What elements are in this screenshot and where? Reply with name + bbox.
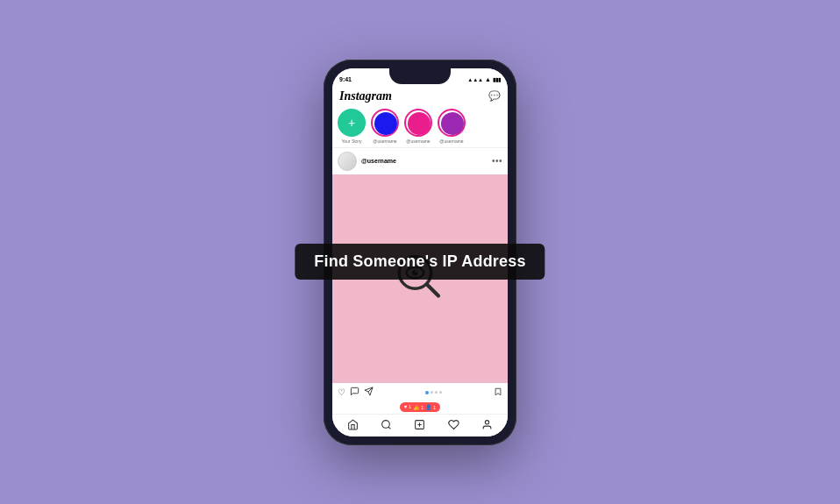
dot-active [425,391,429,394]
dot-2 [435,391,438,394]
stories-row: + Your Story @username @username [332,105,508,148]
title-banner: Find Someone's IP Address [295,244,545,280]
signal-icon: ▲▲▲ [467,77,483,82]
scene: 9:41 ▲▲▲ ▲ ▮▮▮ Instagram 💬 + [324,60,516,445]
like-count: 👍 1 [413,404,424,410]
heart-count: ♥ 1 [404,404,412,409]
comment-icon[interactable] [350,387,359,398]
svg-line-12 [388,427,390,429]
your-story-circle: + [338,109,366,137]
story-item-2[interactable]: @username [404,109,432,144]
nav-add-icon[interactable] [414,419,425,432]
story-circle-1 [371,109,399,137]
post-username: @username [361,158,492,164]
wifi-icon: ▲ [485,76,491,82]
story-circle-2 [404,109,432,137]
phone-notch [389,68,451,84]
svg-line-1 [427,285,438,296]
story-circle-3 [438,109,466,137]
person-count: 👤 1 [425,404,436,410]
bottom-nav [332,414,508,437]
story-label-1: @username [373,138,396,144]
your-story-label: Your Story [341,138,361,144]
nav-heart-icon[interactable] [448,419,459,432]
svg-point-16 [486,420,489,423]
likes-row: ♥ 1 👍 1 👤 1 [332,401,508,414]
story-label-3: @username [439,138,463,144]
status-time: 9:41 [339,76,352,82]
instagram-header: Instagram 💬 [332,88,508,105]
dot-1 [431,391,433,394]
title-text: Find Someone's IP Address [314,252,525,270]
post-avatar [338,152,357,171]
story-item-1[interactable]: @username [371,109,399,144]
dot-3 [439,391,442,394]
post-actions: ♡ [332,383,508,401]
instagram-logo: Instagram [339,89,392,103]
story-item-yours[interactable]: + Your Story [338,109,366,144]
likes-badge: ♥ 1 👍 1 👤 1 [400,402,441,412]
status-icons: ▲▲▲ ▲ ▮▮▮ [467,76,501,82]
post-options-icon[interactable]: ••• [492,156,502,166]
story-label-2: @username [406,138,430,144]
nav-home-icon[interactable] [347,419,359,432]
message-icon[interactable]: 💬 [488,90,501,102]
share-icon[interactable] [364,387,374,398]
nav-search-icon[interactable] [381,419,392,432]
like-icon[interactable]: ♡ [338,387,345,397]
carousel-dots [425,391,442,394]
svg-marker-10 [495,388,501,395]
battery-icon: ▮▮▮ [493,76,501,82]
nav-profile-icon[interactable] [481,419,493,432]
bookmark-icon[interactable] [494,387,502,399]
story-item-3[interactable]: @username [438,109,466,144]
post-header: @username ••• [332,148,508,174]
svg-point-11 [382,420,390,428]
